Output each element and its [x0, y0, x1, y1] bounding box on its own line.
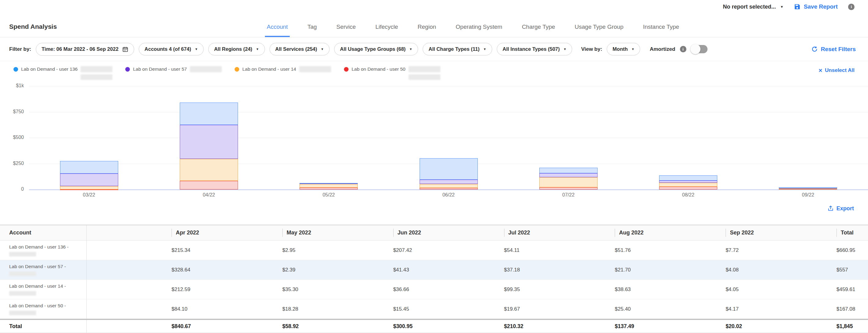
filter-pill-instance[interactable]: All Instance Types (507)▼	[497, 43, 572, 56]
bar-segment-136-05/22[interactable]	[300, 183, 358, 184]
spend-table: AccountApr 2022May 2022Jun 2022Jul 2022A…	[0, 225, 868, 333]
legend-dot-icon	[125, 67, 130, 72]
bar-segment-14-08/22[interactable]	[659, 183, 717, 187]
x-axis-label-08-22: 08/22	[628, 192, 748, 198]
info-icon[interactable]: i	[848, 4, 855, 10]
tab-instance-type[interactable]: Instance Type	[641, 24, 681, 37]
table-row-136[interactable]: Lab on Demand - user 136 -$215.34$2.95$2…	[0, 240, 868, 260]
bar-segment-50-08/22[interactable]	[659, 187, 717, 190]
bar-segment-57-08/22[interactable]	[659, 180, 717, 183]
filter-pill-regions[interactable]: All Regions (24)▼	[208, 43, 265, 56]
table-row-57[interactable]: Lab on Demand - user 57 -$328.64$2.39$41…	[0, 260, 868, 280]
tab-operating-system[interactable]: Operating System	[454, 24, 504, 37]
tab-region[interactable]: Region	[416, 24, 438, 37]
month-value-cell: $99.35	[500, 287, 611, 293]
tab-service[interactable]: Service	[335, 24, 358, 37]
time-filter-pill[interactable]: Time: 06 Mar 2022 - 06 Sep 2022	[36, 43, 134, 56]
legend-item-57[interactable]: Lab on Demand - user 57	[125, 66, 222, 72]
chart-legend: Lab on Demand - user 136Lab on Demand - …	[13, 66, 868, 72]
bar-segment-136-04/22[interactable]	[180, 103, 238, 125]
bar-segment-57-06/22[interactable]	[420, 180, 478, 184]
x-axis-label-04-22: 04/22	[149, 192, 269, 198]
bar-segment-136-08/22[interactable]	[659, 175, 717, 180]
legend-dot-icon	[235, 67, 239, 72]
reset-filters-button[interactable]: Reset Filters	[811, 46, 856, 53]
unselect-all-label: Unselect All	[825, 67, 855, 73]
legend-item-14[interactable]: Lab on Demand - user 14	[235, 66, 331, 72]
bar-segment-136-06/22[interactable]	[420, 158, 478, 180]
total-label-cell: Total	[0, 320, 87, 333]
column-header-sep-2022[interactable]: Sep 2022	[721, 229, 832, 237]
column-header-label: Sep 2022	[725, 229, 754, 237]
bar-segment-14-04/22[interactable]	[180, 159, 238, 181]
bar-segment-50-05/22[interactable]	[300, 188, 358, 190]
filter-pill-charge[interactable]: All Charge Types (11)▼	[423, 43, 492, 56]
filter-pill-label: All Usage Type Groups (68)	[340, 46, 405, 52]
legend-item-label: Lab on Demand - user 136	[21, 66, 78, 72]
redacted-text	[9, 311, 36, 315]
month-value-cell: $51.76	[610, 247, 721, 254]
column-header-apr-2022[interactable]: Apr 2022	[167, 229, 278, 237]
time-filter-label: Time: 06 Mar 2022 - 06 Sep 2022	[42, 46, 119, 52]
legend-item-136[interactable]: Lab on Demand - user 136	[13, 66, 113, 72]
filter-pill-services[interactable]: All Services (254)▼	[270, 43, 330, 56]
tab-account[interactable]: Account	[265, 24, 290, 37]
save-report-button[interactable]: Save Report	[794, 3, 838, 10]
bar-segment-136-07/22[interactable]	[539, 168, 597, 173]
bar-segment-57-07/22[interactable]	[539, 173, 597, 177]
total-month-cell: $210.32	[500, 323, 611, 330]
spend-stacked-bar-chart[interactable]: $1k$750$500$250003/2204/2205/2206/2207/2…	[0, 81, 868, 201]
save-icon	[794, 3, 801, 10]
table-row-14[interactable]: Lab on Demand - user 14 -$212.59$35.30$3…	[0, 280, 868, 299]
export-label: Export	[836, 205, 854, 212]
bar-segment-57-04/22[interactable]	[180, 125, 238, 159]
bar-segment-50-03/22[interactable]	[60, 190, 118, 190]
bar-segment-57-03/22[interactable]	[60, 173, 118, 186]
table-total-row: Total$840.67$58.92$300.95$210.32$137.49$…	[0, 319, 868, 333]
bar-segment-14-05/22[interactable]	[300, 184, 358, 188]
bar-segment-136-09/22[interactable]	[779, 187, 837, 188]
bar-segment-50-04/22[interactable]	[180, 181, 238, 190]
unselect-all-button[interactable]: ✕ Unselect All	[818, 67, 855, 73]
column-header-jun-2022[interactable]: Jun 2022	[389, 229, 500, 237]
account-name: Lab on Demand - user 14 -	[9, 284, 86, 289]
bar-segment-50-07/22[interactable]	[539, 187, 597, 190]
report-selector-label: No report selected...	[723, 4, 776, 10]
filter-pill-usage[interactable]: All Usage Type Groups (68)▼	[334, 43, 418, 56]
report-selector-dropdown[interactable]: No report selected... ▼	[723, 4, 783, 10]
month-value-cell: $54.11	[500, 247, 611, 254]
column-header-total[interactable]: Total	[832, 229, 868, 237]
tab-usage-type-group[interactable]: Usage Type Group	[573, 24, 625, 37]
column-header-may-2022[interactable]: May 2022	[278, 229, 389, 237]
tab-tag[interactable]: Tag	[306, 24, 319, 37]
table-row-50[interactable]: Lab on Demand - user 50 -$84.10$18.28$15…	[0, 299, 868, 319]
tab-lifecycle[interactable]: Lifecycle	[374, 24, 400, 37]
legend-item-50[interactable]: Lab on Demand - user 50	[344, 66, 440, 72]
tab-charge-type[interactable]: Charge Type	[520, 24, 557, 37]
redacted-text	[299, 66, 331, 72]
redacted-text	[9, 252, 36, 257]
amortized-toggle[interactable]	[691, 45, 708, 53]
view-by-dropdown[interactable]: Month ▼	[607, 43, 640, 56]
bar-segment-14-03/22[interactable]	[60, 186, 118, 190]
bar-segment-14-07/22[interactable]	[539, 177, 597, 188]
export-button[interactable]: Export	[828, 205, 854, 212]
column-header-account[interactable]: Account	[0, 225, 87, 240]
toggle-knob	[690, 44, 701, 54]
redacted-text	[190, 66, 222, 72]
column-header-label: Apr 2022	[172, 229, 199, 237]
amortized-info-icon[interactable]: i	[680, 46, 686, 52]
month-value-cell: $84.10	[167, 306, 278, 312]
legend-dot-icon	[344, 67, 348, 72]
month-value-cell: $18.28	[278, 306, 389, 312]
bar-segment-14-06/22[interactable]	[420, 184, 478, 188]
bar-segment-50-06/22[interactable]	[420, 188, 478, 190]
bar-segment-136-03/22[interactable]	[60, 161, 118, 173]
column-header-aug-2022[interactable]: Aug 2022	[610, 229, 721, 237]
month-value-cell: $328.64	[167, 267, 278, 273]
total-value-cell: $167.08	[832, 306, 868, 312]
filter-pill-[interactable]: Accounts 4 (of 674)▼	[139, 43, 204, 56]
chevron-down-icon: ▼	[483, 47, 486, 51]
column-header-jul-2022[interactable]: Jul 2022	[500, 229, 611, 237]
month-value-cell: $21.70	[610, 267, 721, 273]
